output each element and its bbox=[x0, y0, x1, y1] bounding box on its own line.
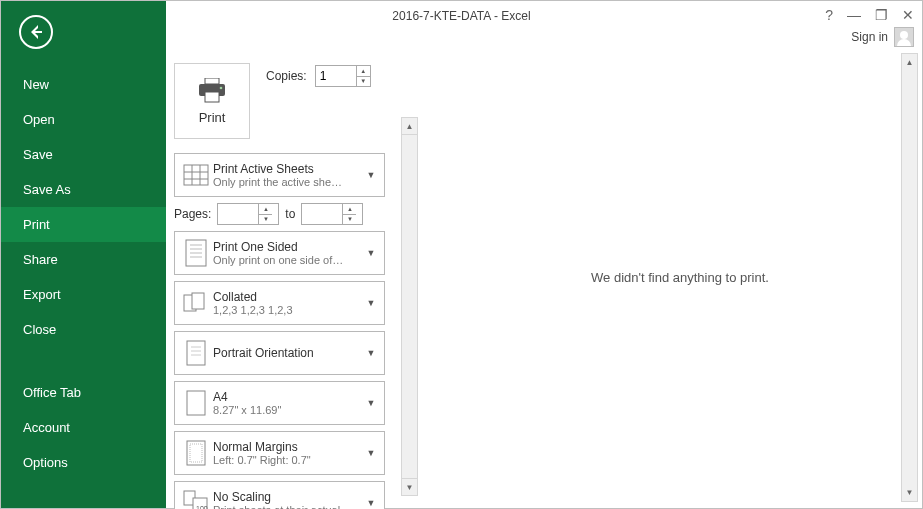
pages-from-input[interactable] bbox=[218, 204, 258, 224]
back-arrow-icon bbox=[28, 24, 44, 40]
signin-label[interactable]: Sign in bbox=[851, 30, 888, 44]
scroll-down-icon[interactable]: ▼ bbox=[902, 484, 917, 501]
chevron-down-icon: ▼ bbox=[364, 298, 378, 308]
setting-title: A4 bbox=[213, 390, 364, 404]
print-button[interactable]: Print bbox=[174, 63, 250, 139]
setting-title: No Scaling bbox=[213, 490, 364, 504]
chevron-down-icon[interactable]: ▼ bbox=[259, 214, 272, 225]
chevron-down-icon: ▼ bbox=[364, 348, 378, 358]
svg-rect-0 bbox=[33, 31, 42, 33]
preview-empty-message: We didn't find anything to print. bbox=[591, 270, 769, 285]
setting-scaling[interactable]: 100 No Scaling Print sheets at their act… bbox=[174, 481, 385, 509]
chevron-up-icon[interactable]: ▲ bbox=[259, 204, 272, 214]
spacer bbox=[1, 347, 166, 375]
svg-rect-5 bbox=[184, 165, 208, 185]
print-preview-pane: We didn't find anything to print. ▲ ▼ bbox=[438, 47, 922, 508]
sheets-icon bbox=[181, 158, 211, 192]
svg-rect-1 bbox=[205, 78, 219, 84]
scroll-up-icon[interactable]: ▲ bbox=[402, 118, 417, 135]
scroll-track[interactable] bbox=[402, 135, 417, 478]
page-icon bbox=[181, 236, 211, 270]
chevron-down-icon: ▼ bbox=[364, 498, 378, 508]
svg-point-4 bbox=[220, 86, 223, 89]
print-button-label: Print bbox=[199, 110, 226, 125]
chevron-down-icon: ▼ bbox=[364, 398, 378, 408]
setting-sub: 1,2,3 1,2,3 1,2,3 bbox=[213, 304, 364, 316]
pages-to-label: to bbox=[285, 207, 295, 221]
sidebar-item-saveas[interactable]: Save As bbox=[1, 172, 166, 207]
avatar-icon[interactable] bbox=[894, 27, 914, 47]
svg-text:100: 100 bbox=[196, 505, 208, 509]
setting-title: Collated bbox=[213, 290, 364, 304]
pages-to-spinner[interactable]: ▲▼ bbox=[301, 203, 363, 225]
help-icon[interactable]: ? bbox=[825, 7, 833, 23]
scaling-icon: 100 bbox=[181, 486, 211, 509]
chevron-down-icon: ▼ bbox=[364, 170, 378, 180]
copies-arrows[interactable]: ▲▼ bbox=[356, 66, 370, 86]
scroll-down-icon[interactable]: ▼ bbox=[402, 478, 417, 495]
setting-sub: 8.27" x 11.69" bbox=[213, 404, 364, 416]
settings-stack: Print Active Sheets Only print the activ… bbox=[174, 153, 385, 509]
margins-icon bbox=[181, 436, 211, 470]
excel-backstage-window: 2016-7-KTE-DATA - Excel ? — ❐ ✕ Sign in … bbox=[0, 0, 923, 509]
chevron-down-icon: ▼ bbox=[364, 248, 378, 258]
sidebar-item-options[interactable]: Options bbox=[1, 445, 166, 480]
restore-icon[interactable]: ❐ bbox=[875, 7, 888, 23]
body-row: New Open Save Save As Print Share Export… bbox=[1, 47, 922, 508]
pages-from-spinner[interactable]: ▲▼ bbox=[217, 203, 279, 225]
setting-title: Portrait Orientation bbox=[213, 346, 364, 360]
sidebar-item-account[interactable]: Account bbox=[1, 410, 166, 445]
copies-label: Copies: bbox=[266, 69, 307, 83]
setting-sub: Left: 0.7" Right: 0.7" bbox=[213, 454, 364, 466]
sidebar-item-share[interactable]: Share bbox=[1, 242, 166, 277]
portrait-icon bbox=[181, 336, 211, 370]
window-controls: ? — ❐ ✕ bbox=[825, 7, 914, 23]
setting-sides[interactable]: Print One Sided Only print on one side o… bbox=[174, 231, 385, 275]
setting-sub: Only print the active she… bbox=[213, 176, 364, 188]
sidebar-item-new[interactable]: New bbox=[1, 67, 166, 102]
setting-sub: Only print on one side of… bbox=[213, 254, 364, 266]
sidebar-item-export[interactable]: Export bbox=[1, 277, 166, 312]
setting-paper[interactable]: A4 8.27" x 11.69" ▼ bbox=[174, 381, 385, 425]
sidebar-item-open[interactable]: Open bbox=[1, 102, 166, 137]
minimize-icon[interactable]: — bbox=[847, 7, 861, 23]
print-settings-pane: Print Copies: ▲▼ Print A bbox=[166, 47, 416, 508]
paper-icon bbox=[181, 386, 211, 420]
scroll-track[interactable] bbox=[902, 71, 917, 484]
setting-title: Print One Sided bbox=[213, 240, 364, 254]
sidebar-item-officetab[interactable]: Office Tab bbox=[1, 375, 166, 410]
setting-orientation[interactable]: Portrait Orientation ▼ bbox=[174, 331, 385, 375]
backstage-sidebar: New Open Save Save As Print Share Export… bbox=[1, 1, 166, 508]
sidebar-item-print[interactable]: Print bbox=[1, 207, 166, 242]
setting-title: Normal Margins bbox=[213, 440, 364, 454]
scroll-up-icon[interactable]: ▲ bbox=[902, 54, 917, 71]
setting-print-what[interactable]: Print Active Sheets Only print the activ… bbox=[174, 153, 385, 197]
collate-icon bbox=[181, 286, 211, 320]
setting-title: Print Active Sheets bbox=[213, 162, 364, 176]
pages-to-input[interactable] bbox=[302, 204, 342, 224]
sidebar-item-save[interactable]: Save bbox=[1, 137, 166, 172]
close-icon[interactable]: ✕ bbox=[902, 7, 914, 23]
chevron-down-icon[interactable]: ▼ bbox=[343, 214, 356, 225]
chevron-down-icon: ▼ bbox=[364, 448, 378, 458]
chevron-up-icon[interactable]: ▲ bbox=[357, 66, 370, 76]
pages-row: Pages: ▲▼ to ▲▼ bbox=[174, 203, 385, 225]
sidebar-item-close[interactable]: Close bbox=[1, 312, 166, 347]
svg-rect-16 bbox=[192, 293, 204, 309]
svg-rect-3 bbox=[205, 92, 219, 102]
printer-icon bbox=[196, 78, 228, 104]
setting-sub: Print sheets at their actual… bbox=[213, 504, 364, 509]
preview-scrollbar[interactable]: ▲ ▼ bbox=[901, 53, 918, 502]
svg-rect-17 bbox=[187, 341, 205, 365]
back-button[interactable] bbox=[19, 15, 53, 49]
copies-spinner[interactable]: ▲▼ bbox=[315, 65, 371, 87]
signin-area[interactable]: Sign in bbox=[851, 27, 914, 47]
settings-scrollbar[interactable]: ▲ ▼ bbox=[401, 117, 418, 496]
setting-margins[interactable]: Normal Margins Left: 0.7" Right: 0.7" ▼ bbox=[174, 431, 385, 475]
chevron-up-icon[interactable]: ▲ bbox=[343, 204, 356, 214]
chevron-down-icon[interactable]: ▼ bbox=[357, 76, 370, 87]
svg-rect-21 bbox=[187, 391, 205, 415]
print-header: Print Copies: ▲▼ bbox=[174, 63, 410, 139]
setting-collate[interactable]: Collated 1,2,3 1,2,3 1,2,3 ▼ bbox=[174, 281, 385, 325]
copies-input[interactable] bbox=[316, 66, 356, 86]
